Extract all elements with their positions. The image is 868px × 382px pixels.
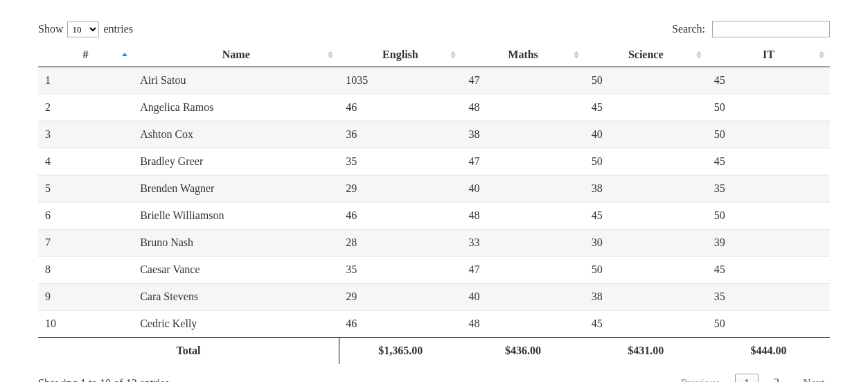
data-table: # Name English Maths Science IT — [38, 43, 830, 364]
cell-it: 45 — [707, 67, 830, 94]
cell-english: 28 — [339, 229, 461, 257]
cell-it: 35 — [707, 284, 830, 311]
cell-it: 35 — [707, 175, 830, 202]
sort-icon — [819, 51, 824, 59]
cell-science: 45 — [585, 94, 707, 121]
cell-science: 45 — [585, 311, 707, 338]
footer-it-total: $444.00 — [707, 338, 830, 365]
cell-it: 45 — [707, 257, 830, 284]
cell-idx: 5 — [38, 175, 133, 202]
table-row: 4Bradley Greer35475045 — [38, 148, 830, 175]
cell-idx: 4 — [38, 148, 133, 175]
sort-asc-icon — [122, 53, 127, 57]
length-show-label: Show — [38, 23, 63, 35]
cell-science: 38 — [585, 284, 707, 311]
table-row: 1Airi Satou1035475045 — [38, 67, 830, 94]
cell-idx: 1 — [38, 67, 133, 94]
col-header-it[interactable]: IT — [707, 43, 830, 67]
table-row: 8Caesar Vance35475045 — [38, 257, 830, 284]
page-1[interactable]: 1 — [735, 374, 759, 382]
search-control: Search: — [672, 21, 830, 37]
footer-maths-total: $436.00 — [461, 338, 584, 365]
table-row: 3Ashton Cox36384050 — [38, 121, 830, 148]
cell-maths: 40 — [461, 175, 584, 202]
cell-maths: 48 — [461, 311, 584, 338]
cell-english: 35 — [339, 257, 461, 284]
cell-it: 50 — [707, 94, 830, 121]
table-row: 6Brielle Williamson46484550 — [38, 202, 830, 229]
col-header-english[interactable]: English — [339, 43, 461, 67]
table-row: 9Cara Stevens29403835 — [38, 284, 830, 311]
col-header-science-label: Science — [628, 49, 664, 60]
cell-english: 29 — [339, 175, 461, 202]
cell-name: Caesar Vance — [133, 257, 339, 284]
cell-it: 50 — [707, 311, 830, 338]
cell-name: Brielle Williamson — [133, 202, 339, 229]
cell-name: Brenden Wagner — [133, 175, 339, 202]
footer-total-label: Total — [38, 338, 339, 365]
page-length-select[interactable]: 10 25 50 100 — [67, 21, 99, 37]
cell-english: 35 — [339, 148, 461, 175]
cell-english: 1035 — [339, 67, 461, 94]
footer-row: Total $1,365.00 $436.00 $431.00 $444.00 — [38, 338, 830, 365]
table-row: 7Bruno Nash28333039 — [38, 229, 830, 257]
sort-icon — [328, 51, 333, 59]
table-row: 5Brenden Wagner29403835 — [38, 175, 830, 202]
cell-maths: 48 — [461, 202, 584, 229]
cell-english: 46 — [339, 202, 461, 229]
cell-idx: 3 — [38, 121, 133, 148]
col-header-name[interactable]: Name — [133, 43, 339, 67]
page-2[interactable]: 2 — [765, 374, 788, 382]
cell-science: 50 — [585, 148, 707, 175]
cell-science: 45 — [585, 202, 707, 229]
cell-idx: 6 — [38, 202, 133, 229]
pagination: Previous 12 Next — [675, 374, 830, 382]
cell-english: 29 — [339, 284, 461, 311]
col-header-maths-label: Maths — [508, 49, 538, 60]
table-row: 2Angelica Ramos46484550 — [38, 94, 830, 121]
col-header-science[interactable]: Science — [585, 43, 707, 67]
cell-name: Airi Satou — [133, 67, 339, 94]
cell-science: 30 — [585, 229, 707, 257]
cell-science: 40 — [585, 121, 707, 148]
col-header-index[interactable]: # — [38, 43, 133, 67]
col-header-name-label: Name — [222, 49, 250, 60]
previous-button[interactable]: Previous — [675, 374, 725, 382]
length-entries-label: entries — [103, 23, 133, 35]
sort-icon — [696, 51, 702, 59]
col-header-maths[interactable]: Maths — [461, 43, 584, 67]
next-button[interactable]: Next — [797, 374, 830, 382]
table-info: Showing 1 to 10 of 13 entries — [38, 377, 169, 382]
cell-name: Bradley Greer — [133, 148, 339, 175]
table-row: 10Cedric Kelly46484550 — [38, 311, 830, 338]
cell-science: 50 — [585, 257, 707, 284]
cell-maths: 47 — [461, 67, 584, 94]
cell-it: 50 — [707, 121, 830, 148]
footer-english-total: $1,365.00 — [339, 338, 461, 365]
cell-maths: 47 — [461, 148, 584, 175]
cell-it: 50 — [707, 202, 830, 229]
cell-maths: 33 — [461, 229, 584, 257]
cell-science: 50 — [585, 67, 707, 94]
sort-icon — [574, 51, 579, 59]
cell-maths: 47 — [461, 257, 584, 284]
cell-name: Cara Stevens — [133, 284, 339, 311]
cell-english: 36 — [339, 121, 461, 148]
header-row: # Name English Maths Science IT — [38, 43, 830, 67]
length-control: Show 10 25 50 100 entries — [38, 21, 133, 37]
cell-maths: 40 — [461, 284, 584, 311]
col-header-it-label: IT — [763, 49, 774, 60]
search-input[interactable] — [712, 21, 830, 37]
col-header-index-label: # — [83, 49, 89, 60]
cell-idx: 8 — [38, 257, 133, 284]
cell-science: 38 — [585, 175, 707, 202]
cell-name: Bruno Nash — [133, 229, 339, 257]
cell-idx: 10 — [38, 311, 133, 338]
sort-icon — [450, 51, 456, 59]
cell-it: 45 — [707, 148, 830, 175]
cell-name: Cedric Kelly — [133, 311, 339, 338]
footer-science-total: $431.00 — [585, 338, 707, 365]
cell-maths: 38 — [461, 121, 584, 148]
cell-it: 39 — [707, 229, 830, 257]
cell-maths: 48 — [461, 94, 584, 121]
